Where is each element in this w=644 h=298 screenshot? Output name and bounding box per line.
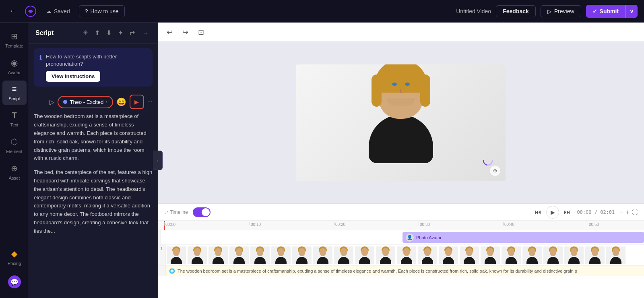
text-icon: T: [12, 111, 17, 120]
globe-icon: 🌐: [169, 268, 175, 274]
upload-tool-button[interactable]: ⬆: [93, 27, 101, 38]
submit-button[interactable]: ✓ Submit ∨: [586, 5, 638, 18]
avatar-nose: [400, 89, 402, 93]
back-button[interactable]: ←: [6, 5, 19, 18]
template-icon: ⊞: [11, 31, 18, 41]
thumb-16: [502, 246, 521, 264]
info-icon: ℹ: [39, 54, 42, 61]
caption-text: The wooden bedroom set is a masterpiece …: [178, 269, 577, 273]
brightness-tool-button[interactable]: ☀: [81, 27, 90, 38]
undo-button[interactable]: ↩: [164, 26, 175, 38]
script-content: ▷ Theo - Excited › 😄 ▶ ··· The wooden be…: [29, 91, 157, 298]
redo-button[interactable]: ↪: [180, 26, 191, 38]
expand-panel-button[interactable]: →: [140, 28, 151, 38]
caption-track-num: [158, 266, 166, 276]
pricing-icon: ◆: [11, 249, 17, 259]
photo-avatar-track[interactable]: 👤 Photo Avatar: [402, 232, 644, 243]
more-options-button[interactable]: ···: [147, 98, 153, 106]
ruler-label-1: 00:10: [251, 222, 261, 227]
pointer-button[interactable]: ▷: [50, 98, 54, 106]
avatar-figure: [361, 66, 441, 179]
video-frame: ⊕: [296, 64, 506, 181]
timeline-controls: ⇌ Timeline ✦ ⏮ ▶ ⏭ 00:00 / 02:01: [158, 204, 644, 221]
translate-tool-button[interactable]: ⇄: [128, 27, 136, 38]
time-display: 00:00 / 02:01: [577, 209, 615, 215]
thumb-14: [460, 246, 479, 264]
how-to-use-button[interactable]: ? How to use: [79, 5, 125, 17]
zoom-out-button[interactable]: −: [619, 209, 623, 216]
template-label: Template: [5, 43, 23, 48]
avatar-label: Avatar: [8, 70, 21, 75]
timeline-toggle[interactable]: ✦: [193, 207, 211, 217]
preview-button[interactable]: ▷ Preview: [541, 5, 581, 17]
emoji-button[interactable]: 😄: [116, 97, 126, 107]
chat-icon: 💬: [8, 275, 21, 288]
thumb-21: [606, 246, 625, 264]
topbar-left: ← ☁ Saved ? How to use: [6, 5, 451, 18]
track-content-avatar: 👤 Photo Avatar: [161, 230, 644, 244]
play-voice-button[interactable]: ▶: [130, 95, 144, 109]
voice-row: ▷ Theo - Excited › 😄 ▶ ···: [34, 95, 153, 109]
skip-back-button[interactable]: ⏮: [533, 207, 543, 217]
avatar-head: [379, 66, 423, 119]
play-pause-button[interactable]: ▶: [546, 206, 559, 219]
saved-button[interactable]: ☁ Saved: [42, 6, 74, 17]
topbar-right: Untitled Video Feedback ▷ Preview ✓ Subm…: [456, 5, 638, 18]
feedback-button[interactable]: Feedback: [496, 5, 536, 17]
time-separator: /: [594, 209, 600, 215]
avatar-eyes: [392, 83, 410, 86]
skip-forward-button[interactable]: ⏭: [562, 207, 572, 217]
ruler-label-0: 00:00: [165, 222, 175, 227]
ruler-mark-2: 00:20: [334, 222, 345, 227]
script-paragraph-1: The wooden bedroom set is a masterpiece …: [34, 112, 153, 163]
ruler-mark-1: 00:10: [250, 222, 261, 227]
thumb-3: [229, 246, 249, 264]
download-tool-button[interactable]: ⬇: [105, 27, 113, 38]
sidebar-item-element[interactable]: ⬡ Element: [2, 133, 27, 158]
sidebar-item-pricing[interactable]: ◆ Pricing: [2, 245, 27, 270]
voice-selector[interactable]: Theo - Excited ›: [58, 96, 113, 108]
sidebar-item-avatar[interactable]: ◉ Avatar: [2, 54, 27, 79]
total-time: 02:01: [600, 209, 615, 215]
zoom-in-button[interactable]: +: [626, 209, 630, 216]
track-number: 1: [158, 245, 166, 265]
icon-sidebar: ⊞ Template ◉ Avatar ≡ Script T Text ⬡ El…: [0, 23, 29, 298]
script-tools: ☀ ⬆ ⬇ ✦ ⇄: [81, 27, 136, 38]
ai-tool-button[interactable]: ✦: [116, 27, 125, 38]
zoom-button[interactable]: ⊕: [489, 165, 501, 176]
timeline-ruler: 00:00 00:10 00:20 00:30: [158, 221, 644, 230]
ruler-label-2: 00:20: [335, 222, 345, 227]
view-instructions-button[interactable]: View instructions: [46, 71, 100, 82]
sidebar-item-asset[interactable]: ⊕ Asset: [2, 159, 27, 184]
sidebar-item-script[interactable]: ≡ Script: [2, 81, 27, 105]
info-banner: ℹ How to write scripts with better prono…: [34, 48, 153, 87]
caption-content[interactable]: 🌐 The wooden bedroom set is a masterpiec…: [166, 266, 644, 276]
asset-icon: ⊕: [11, 163, 18, 173]
pricing-label: Pricing: [8, 261, 21, 266]
untitled-video-label: Untitled Video: [456, 8, 491, 14]
timeline-text: Timeline: [170, 209, 188, 215]
timeline-label: ⇌ Timeline: [164, 209, 188, 215]
avatar-eye-left: [392, 83, 397, 86]
ruler-container: 00:00 00:10 00:20 00:30: [161, 221, 641, 230]
script-panel-wrapper: Script ☀ ⬆ ⬇ ✦ ⇄ → ℹ How to write script…: [29, 23, 158, 298]
sidebar-item-template[interactable]: ⊞ Template: [2, 27, 27, 52]
collapse-panel-button[interactable]: ‹: [153, 151, 163, 170]
sidebar-item-chat[interactable]: 💬: [2, 271, 27, 293]
zoom-controls: − + ⛶: [619, 209, 638, 216]
script-label: Script: [8, 96, 20, 101]
sidebar-item-text[interactable]: T Text: [2, 107, 27, 131]
thumb-18: [543, 246, 563, 264]
fullscreen-button[interactable]: ⛶: [632, 209, 638, 215]
thumbnails-track: 1: [158, 245, 644, 266]
ruler-mark-5: 00:50: [588, 222, 599, 227]
photo-avatar-label: Photo Avatar: [416, 235, 442, 240]
photo-avatar-track-row: 👤 Photo Avatar: [158, 230, 644, 245]
avatar-body: [369, 115, 433, 163]
fit-screen-button[interactable]: ⊡: [196, 26, 206, 38]
thumb-19: [564, 246, 584, 264]
track-label-avatar: [158, 230, 161, 244]
avatar-track-icon: 👤: [406, 234, 414, 242]
submit-dropdown-arrow[interactable]: ∨: [625, 5, 638, 18]
thumb-20: [585, 246, 605, 264]
